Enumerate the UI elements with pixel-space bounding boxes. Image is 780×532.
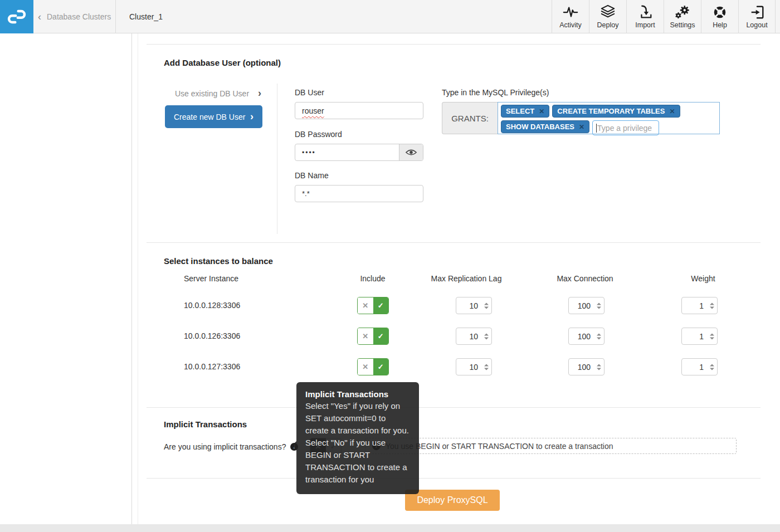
include-toggle[interactable]: ✕ ✓ — [357, 358, 389, 375]
privileges-tag-box[interactable]: SELECT ✕ CREATE TEMPORARY TABLES ✕ SHOW … — [498, 102, 720, 134]
number-stepper[interactable] — [484, 302, 489, 309]
toggle-off-icon[interactable]: ✕ — [358, 359, 373, 375]
grants-group: GRANTS: SELECT ✕ CREATE TEMPORARY TABLES… — [442, 102, 720, 134]
number-stepper[interactable] — [710, 333, 714, 339]
toggle-off-icon[interactable]: ✕ — [358, 328, 373, 344]
db-user-value: rouser — [302, 106, 324, 115]
section-divider-3 — [147, 478, 760, 479]
db-user-input[interactable]: rouser — [295, 102, 423, 119]
use-existing-db-user-link[interactable]: Use existing DB User › — [175, 87, 261, 99]
breadcrumb[interactable]: ‹ Database Clusters — [38, 0, 111, 33]
db-password-group: •••• — [295, 144, 423, 161]
logout-icon — [749, 4, 766, 20]
toggle-on-icon[interactable]: ✓ — [373, 359, 389, 375]
col-header-server-instance: Server Instance — [184, 274, 238, 283]
number-stepper[interactable] — [597, 302, 601, 309]
tooltip-body-1: Select "Yes" if you rely on SET autocomm… — [305, 400, 410, 437]
top-bar: ‹ Database Clusters Cluster_1 Activity — [0, 0, 780, 33]
nav-settings[interactable]: Settings — [664, 0, 701, 33]
page: ‹ Database Clusters Cluster_1 Activity — [0, 0, 780, 532]
weight-input[interactable]: 1 — [681, 297, 718, 314]
max-replication-lag-input[interactable]: 10 — [456, 328, 492, 345]
db-name-input[interactable]: *.* — [295, 185, 423, 202]
section-title-add-db-user: Add Database User (optional) — [164, 58, 281, 67]
use-existing-label: Use existing DB User — [175, 89, 249, 98]
privilege-input-placeholder: Type a privilege — [597, 124, 652, 133]
db-name-value: *.* — [302, 189, 310, 198]
app-logo[interactable] — [0, 0, 33, 33]
nav-logout[interactable]: Logout — [738, 0, 776, 33]
instance-address: 10.0.0.128:3306 — [184, 297, 240, 314]
privilege-tag-label: SELECT — [506, 107, 534, 115]
number-stepper[interactable] — [710, 364, 714, 370]
db-password-value: •••• — [302, 149, 316, 157]
max-replication-lag-input[interactable]: 10 — [456, 297, 492, 314]
page-bottom-strip — [0, 524, 780, 532]
clustercontrol-logo-icon — [7, 7, 27, 27]
section-title-instances: Select instances to balance — [164, 256, 273, 266]
life-ring-icon — [711, 4, 728, 20]
max-connection-value: 100 — [578, 363, 591, 372]
max-connection-input[interactable]: 100 — [568, 297, 604, 314]
max-replication-lag-value: 10 — [469, 301, 478, 310]
number-stepper[interactable] — [597, 364, 601, 370]
tab-cluster-label: Cluster_1 — [129, 12, 163, 21]
section-divider-1 — [147, 242, 760, 243]
col-header-max-replication-lag: Max Replication Lag — [431, 274, 502, 283]
include-toggle[interactable]: ✕ ✓ — [357, 297, 389, 314]
question-text: Are you using implicit transactions? — [164, 442, 286, 451]
toggle-on-icon[interactable]: ✓ — [373, 297, 389, 314]
tooltip-arrow — [292, 441, 296, 450]
nav-settings-label: Settings — [670, 21, 695, 29]
max-connection-value: 100 — [578, 301, 591, 310]
privilege-tag-label: SHOW DATABASES — [506, 123, 574, 131]
number-stepper[interactable] — [484, 333, 489, 339]
back-chevron-icon: ‹ — [38, 12, 41, 22]
remove-tag-icon[interactable]: ✕ — [539, 108, 544, 115]
tooltip-body-2: Select "No" if you use BEGIN or START TR… — [305, 437, 410, 486]
privilege-search-input[interactable]: Type a privilege — [592, 120, 659, 135]
number-stepper[interactable] — [597, 333, 601, 339]
weight-value: 1 — [699, 301, 704, 310]
col-header-weight: Weight — [691, 274, 715, 283]
number-stepper[interactable] — [710, 302, 714, 309]
instance-address: 10.0.0.126:3306 — [184, 328, 240, 345]
show-password-button[interactable] — [399, 144, 423, 160]
remove-tag-icon[interactable]: ✕ — [669, 108, 675, 115]
implicit-transactions-question: Are you using implicit transactions? i — [164, 438, 298, 455]
toggle-off-icon[interactable]: ✕ — [358, 297, 373, 314]
create-new-db-user-button[interactable]: Create new DB User › — [165, 105, 262, 128]
weight-input[interactable]: 1 — [681, 328, 718, 345]
nav-import[interactable]: Import — [626, 0, 664, 33]
tab-cluster[interactable]: Cluster_1 — [121, 0, 170, 33]
column-divider — [277, 84, 277, 234]
nav-deploy[interactable]: Deploy — [589, 0, 626, 33]
eye-icon — [405, 148, 417, 157]
nav-help[interactable]: Help — [701, 0, 738, 33]
header-divider — [115, 0, 116, 33]
db-password-input[interactable]: •••• — [295, 144, 399, 160]
text-cursor — [596, 124, 597, 133]
max-connection-input[interactable]: 100 — [568, 358, 604, 375]
weight-input[interactable]: 1 — [681, 358, 718, 375]
left-panel-divider — [131, 33, 132, 524]
max-replication-lag-input[interactable]: 10 — [456, 358, 492, 375]
privileges-label: Type in the MySQL Privilege(s) — [442, 88, 549, 97]
number-stepper[interactable] — [484, 364, 489, 370]
deploy-label: Deploy ProxySQL — [417, 495, 488, 505]
section-divider-top — [147, 44, 760, 45]
col-header-max-connection: Max Connection — [557, 274, 613, 283]
db-password-label: DB Password — [295, 130, 342, 139]
max-replication-lag-value: 10 — [469, 363, 478, 372]
deploy-proxysql-button[interactable]: Deploy ProxySQL — [405, 490, 500, 511]
weight-value: 1 — [699, 363, 704, 372]
tooltip-title: Implicit Transactions — [305, 389, 410, 399]
max-connection-input[interactable]: 100 — [568, 328, 604, 345]
include-toggle[interactable]: ✕ ✓ — [357, 328, 389, 345]
nav-activity[interactable]: Activity — [552, 0, 589, 33]
toggle-on-icon[interactable]: ✓ — [373, 328, 389, 344]
remove-tag-icon[interactable]: ✕ — [579, 123, 584, 131]
db-name-label: DB Name — [295, 171, 329, 180]
nav-logout-label: Logout — [746, 21, 767, 29]
privilege-tag: CREATE TEMPORARY TABLES ✕ — [552, 105, 680, 118]
